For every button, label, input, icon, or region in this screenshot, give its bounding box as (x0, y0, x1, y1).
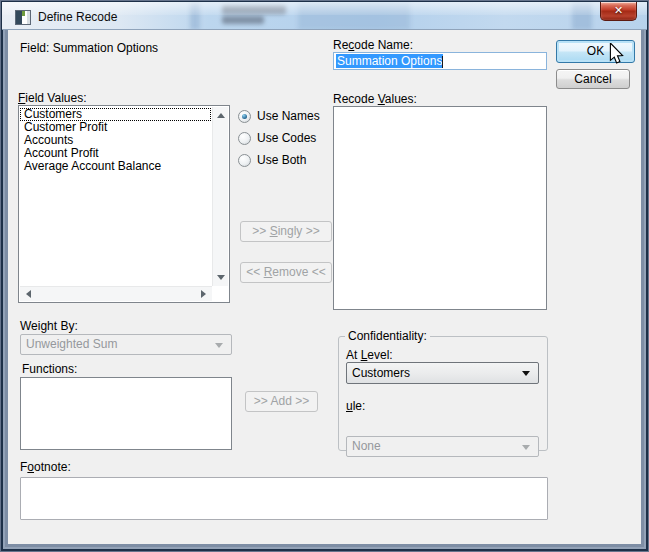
scroll-right-icon[interactable] (201, 290, 206, 298)
chevron-down-icon (215, 343, 223, 348)
radio-button-icon (238, 154, 251, 167)
chevron-down-icon (522, 445, 530, 450)
radio-use-both[interactable]: Use Both (238, 153, 306, 167)
list-item[interactable]: Average Account Balance (20, 160, 211, 173)
field-label: Field: Summation Options (20, 41, 158, 55)
recode-name-label: Recode Name: (333, 38, 413, 52)
recode-values-listbox[interactable] (333, 106, 547, 310)
radio-button-icon (238, 132, 251, 145)
app-icon (15, 10, 31, 25)
radio-label: Use Codes (257, 131, 316, 145)
mouse-cursor (609, 43, 624, 65)
close-icon: ✕ (614, 4, 623, 16)
recode-values-label: Recode Values: (333, 92, 417, 106)
rule-label: uRle: (346, 399, 365, 413)
functions-label: Functions: (22, 362, 77, 376)
radio-use-names[interactable]: Use Names (238, 109, 320, 123)
field-values-label: Field Values: (18, 91, 87, 105)
background-blur-text (222, 16, 264, 24)
functions-listbox[interactable] (20, 377, 232, 450)
close-button[interactable]: ✕ (600, 2, 637, 21)
radio-label: Use Names (257, 109, 320, 123)
scroll-left-icon[interactable] (26, 290, 31, 298)
window-title: Define Recode (38, 10, 117, 24)
chevron-down-icon (522, 371, 530, 376)
weight-by-dropdown[interactable]: Unweighted Sum (20, 334, 232, 355)
at-level-dropdown[interactable]: Customers (346, 362, 539, 384)
cancel-button[interactable]: Cancel (556, 69, 630, 89)
define-recode-dialog: Define Recode ✕ Field: Summation Options… (0, 0, 649, 552)
scroll-up-icon[interactable] (217, 113, 225, 118)
singly-button[interactable]: >> Singly >> (240, 221, 332, 242)
radio-use-codes[interactable]: Use Codes (238, 131, 316, 145)
footnote-input[interactable] (20, 477, 548, 520)
text-caret (442, 56, 443, 68)
weight-by-label: Weight By: (20, 319, 78, 333)
recode-name-input[interactable]: Summation Options (333, 52, 547, 70)
add-button[interactable]: >> Add >> (245, 391, 318, 412)
horizontal-scrollbar[interactable] (20, 286, 212, 301)
vertical-scrollbar[interactable] (212, 107, 228, 286)
footnote-label: Footnote: (20, 460, 71, 474)
radio-label: Use Both (257, 153, 306, 167)
radio-button-icon (238, 110, 251, 123)
confidentiality-group: Confidentiality: At Level: Customers uRl… (338, 336, 548, 451)
field-values-listbox[interactable]: Customers Customer Profit Accounts Accou… (18, 105, 230, 303)
at-level-label: At Level: (346, 348, 393, 362)
remove-button[interactable]: << Remove << (240, 262, 332, 283)
confidentiality-legend: Confidentiality: (345, 329, 430, 343)
rule-dropdown[interactable]: None (346, 436, 539, 457)
title-bar[interactable]: Define Recode (2, 2, 647, 30)
scroll-down-icon[interactable] (217, 275, 225, 280)
